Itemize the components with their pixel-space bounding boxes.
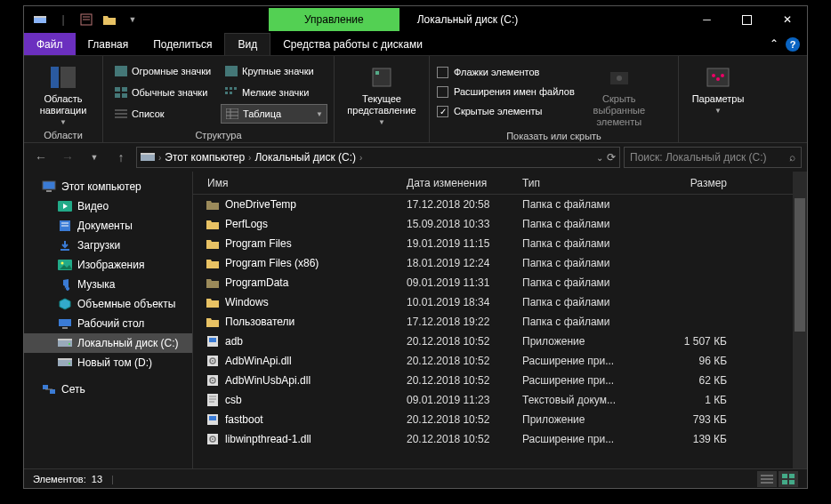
svg-rect-37 (46, 190, 52, 192)
layout-list[interactable]: Список (110, 104, 217, 124)
address-dropdown-icon[interactable]: ⌄ (596, 153, 603, 163)
chevron-right-icon[interactable]: › (359, 153, 362, 163)
file-row[interactable]: Program Files19.01.2019 11:15Папка с фай… (193, 234, 807, 253)
tree-item-label: Изображения (77, 259, 144, 271)
file-row[interactable]: libwinpthread-1.dll20.12.2018 10:52Расши… (193, 429, 807, 449)
options-button[interactable]: Параметры ▼ (686, 60, 750, 116)
new-folder-icon[interactable] (102, 12, 117, 27)
svg-rect-14 (225, 87, 228, 90)
up-button[interactable]: ↑ (109, 146, 133, 169)
tree-item[interactable]: Документы (24, 216, 192, 236)
file-date: 09.01.2019 11:23 (407, 394, 522, 406)
file-row[interactable]: Пользователи17.12.2018 19:22Папка с файл… (193, 312, 807, 332)
col-size[interactable]: Размер (656, 177, 745, 189)
file-name: PerfLogs (225, 218, 407, 230)
tree-item-label: Видео (77, 200, 109, 212)
file-type: Приложение (522, 413, 656, 426)
pictures-icon (58, 258, 72, 272)
tab-view[interactable]: Вид (224, 33, 270, 55)
search-icon[interactable]: ⌕ (789, 151, 795, 164)
tree-item[interactable]: Загрузки (24, 236, 192, 255)
file-name: OneDriveTemp (225, 198, 407, 211)
address-bar[interactable]: › Этот компьютер › Локальный диск (C:) ›… (136, 147, 620, 168)
layout-normal[interactable]: Обычные значки (110, 83, 217, 102)
dll-icon (206, 373, 220, 388)
checkbox-hidden[interactable]: ✓Скрытые элементы (437, 102, 575, 120)
qat-dropdown-icon[interactable]: ▼ (125, 12, 140, 27)
col-date[interactable]: Дата изменения (407, 177, 522, 189)
minimize-button[interactable]: ─ (687, 6, 727, 33)
tab-share[interactable]: Поделиться (141, 33, 224, 55)
svg-rect-79 (782, 480, 787, 484)
folder-icon (206, 315, 220, 329)
scrollbar-thumb[interactable] (795, 198, 805, 332)
tab-file[interactable]: Файл (24, 33, 76, 55)
layout-table[interactable]: Таблица▼ (221, 104, 327, 124)
help-icon[interactable]: ? (786, 37, 800, 52)
file-row[interactable]: Windows10.01.2019 18:34Папка с файлами (193, 292, 807, 312)
search-placeholder: Поиск: Локальный диск (C:) (630, 151, 784, 164)
refresh-icon[interactable]: ⟳ (607, 151, 616, 164)
view-thumbnails-icon[interactable] (779, 471, 798, 487)
qat-sep: | (56, 12, 70, 27)
navigation-tree[interactable]: Этот компьютер ВидеоДокументыЗагрузкиИзо… (24, 172, 193, 468)
layout-huge[interactable]: Огромные значки (110, 61, 217, 81)
layout-small[interactable]: Мелкие значки (221, 83, 327, 102)
file-row[interactable]: adb20.12.2018 10:52Приложение1 507 КБ (193, 332, 807, 351)
tab-main[interactable]: Главная (76, 33, 141, 55)
svg-rect-55 (50, 389, 55, 394)
tree-network[interactable]: Сеть (24, 380, 192, 399)
dll-icon (206, 432, 220, 446)
forward-button[interactable]: → (56, 146, 79, 169)
layout-large[interactable]: Крупные значки (221, 61, 327, 81)
status-count: 13 (92, 474, 102, 484)
file-row[interactable]: ProgramData09.01.2019 11:31Папка с файла… (193, 273, 807, 292)
breadcrumb[interactable]: Этот компьютер (165, 151, 245, 164)
current-view-button[interactable]: Текущее представление ▼ (342, 60, 422, 127)
chevron-right-icon[interactable]: › (158, 153, 161, 163)
file-row[interactable]: AdbWinUsbApi.dll20.12.2018 10:52Расширен… (193, 371, 807, 390)
file-date: 15.09.2018 10:33 (407, 218, 522, 230)
tree-item[interactable]: Видео (24, 196, 192, 216)
col-type[interactable]: Тип (522, 177, 656, 189)
group-currentview-label (342, 139, 422, 140)
checkbox-extensions[interactable]: Расширения имен файлов (437, 83, 575, 100)
file-row[interactable]: Program Files (x86)18.01.2019 12:24Папка… (193, 253, 807, 273)
tree-item[interactable]: Изображения (24, 255, 192, 275)
recent-button[interactable]: ▼ (83, 146, 106, 169)
scrollbar[interactable] (793, 172, 807, 468)
hide-selected-button[interactable]: Скрыть выбранные элементы (584, 60, 655, 129)
file-row[interactable]: OneDriveTemp17.12.2018 20:58Папка с файл… (193, 195, 807, 214)
tree-item[interactable]: Рабочий стол (24, 314, 192, 333)
file-date: 17.12.2018 19:22 (407, 316, 522, 328)
svg-point-32 (716, 77, 720, 81)
view-details-icon[interactable] (757, 471, 777, 487)
file-row[interactable]: AdbWinApi.dll20.12.2018 10:52Расширение … (193, 351, 807, 371)
file-row[interactable]: fastboot20.12.2018 10:52Приложение793 КБ (193, 410, 807, 429)
tree-item[interactable]: Музыка (24, 275, 192, 294)
file-row[interactable]: PerfLogs15.09.2018 10:33Папка с файлами (193, 214, 807, 234)
close-button[interactable]: ✕ (767, 6, 807, 33)
back-button[interactable]: ← (29, 146, 52, 169)
context-tab-manage[interactable]: Управление (269, 8, 399, 31)
breadcrumb[interactable]: Локальный диск (C:) (254, 151, 356, 164)
tree-item[interactable]: Объемные объекты (24, 294, 192, 314)
tab-disk-tools[interactable]: Средства работы с дисками (270, 33, 435, 55)
column-headers[interactable]: Имя Дата изменения Тип Размер (193, 172, 807, 195)
svg-rect-9 (225, 66, 238, 76)
collapse-ribbon-button[interactable]: ⌃ (762, 33, 786, 55)
tree-item[interactable]: Локальный диск (C:) (24, 333, 192, 353)
navigation-pane-button[interactable]: Область навигации ▼ (31, 60, 95, 127)
checkbox-item-checkboxes[interactable]: Флажки элементов (437, 63, 575, 81)
tree-item[interactable]: Новый том (D:) (24, 353, 192, 372)
col-name[interactable]: Имя (193, 177, 407, 189)
file-type: Папка с файлами (522, 237, 656, 250)
group-layout-label: Структура (110, 128, 327, 140)
tree-this-pc[interactable]: Этот компьютер (24, 177, 192, 196)
maximize-button[interactable] (727, 6, 767, 33)
properties-icon[interactable] (79, 12, 93, 27)
chevron-right-icon[interactable]: › (248, 153, 251, 163)
file-row[interactable]: csb09.01.2019 11:23Текстовый докум...1 К… (193, 390, 807, 410)
svg-rect-11 (122, 87, 127, 92)
search-input[interactable]: Поиск: Локальный диск (C:) ⌕ (624, 147, 802, 168)
